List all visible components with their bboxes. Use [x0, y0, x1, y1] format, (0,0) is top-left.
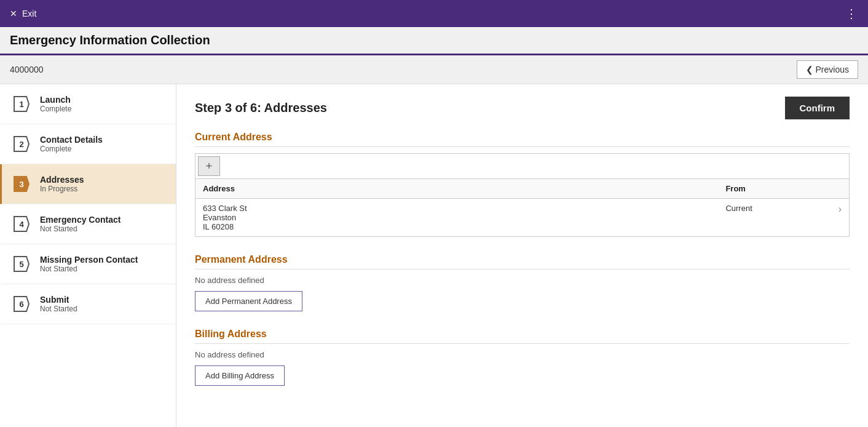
main-layout: 1 Launch Complete 2 Contact Details Comp… [0, 84, 868, 427]
kebab-menu-icon[interactable]: ⋮ [845, 6, 858, 21]
permanent-address-title: Permanent Address [195, 254, 850, 269]
billing-address-title: Billing Address [195, 329, 850, 344]
step-badge-3: 3 [12, 174, 31, 194]
from-cell: Current › [718, 199, 849, 237]
sidebar-item-name: Missing Person Contact [40, 255, 138, 265]
current-address-table: Address From 633 Clark St Evanston IL 60… [195, 178, 849, 236]
close-icon: ✕ [10, 9, 17, 18]
top-bar: ✕ Exit ⋮ [0, 0, 868, 27]
sidebar-item-name: Addresses [40, 175, 84, 185]
step-badge-1: 1 [12, 94, 31, 114]
add-billing-address-button[interactable]: Add Billing Address [195, 365, 285, 386]
step-badge-6: 6 [12, 294, 31, 314]
permanent-address-section: Permanent Address No address defined Add… [195, 254, 850, 311]
billing-no-address-text: No address defined [195, 350, 850, 359]
step-badge-5: 5 [12, 254, 31, 274]
sidebar-item-status: Not Started [40, 225, 120, 233]
sidebar-item-contact-details[interactable]: 2 Contact Details Complete [0, 124, 176, 164]
sidebar-item-submit[interactable]: 6 Submit Not Started [0, 284, 176, 324]
step-badge-2: 2 [12, 134, 31, 154]
confirm-button[interactable]: Confirm [785, 97, 850, 119]
billing-address-section: Billing Address No address defined Add B… [195, 329, 850, 386]
table-row[interactable]: 633 Clark St Evanston IL 60208 Current › [195, 199, 849, 237]
sidebar-item-status: Not Started [40, 305, 77, 313]
current-address-table-wrap: + Address From 633 Clark St Evanston IL … [195, 153, 850, 237]
sidebar-item-name: Submit [40, 295, 77, 305]
record-id: 4000000 [10, 65, 44, 74]
from-col-header: From [718, 179, 849, 199]
exit-button[interactable]: ✕ Exit [10, 9, 36, 18]
current-address-section: Current Address + Address From 633 Clark… [195, 132, 850, 237]
previous-button[interactable]: ❮ Previous [797, 60, 858, 79]
page-header: Emergency Information Collection [0, 27, 868, 55]
address-col-header: Address [195, 179, 718, 199]
sidebar-item-status: Complete [40, 105, 71, 113]
step-title: Step 3 of 6: Addresses [195, 101, 327, 115]
sidebar-item-emergency-contact[interactable]: 4 Emergency Contact Not Started [0, 204, 176, 244]
sidebar-item-name: Contact Details [40, 135, 103, 145]
sidebar-item-status: Not Started [40, 265, 138, 273]
sidebar: 1 Launch Complete 2 Contact Details Comp… [0, 84, 176, 427]
content-area: Step 3 of 6: Addresses Confirm Current A… [176, 84, 868, 427]
exit-label: Exit [22, 9, 36, 18]
add-permanent-address-button[interactable]: Add Permanent Address [195, 291, 302, 311]
previous-label: Previous [816, 65, 849, 74]
sidebar-item-name: Emergency Contact [40, 215, 120, 225]
chevron-left-icon: ❮ [806, 65, 813, 74]
row-chevron-icon[interactable]: › [838, 204, 842, 215]
sidebar-item-launch[interactable]: 1 Launch Complete [0, 84, 176, 124]
step-badge-4: 4 [12, 214, 31, 234]
sidebar-item-name: Launch [40, 95, 71, 105]
sidebar-item-status: Complete [40, 145, 103, 153]
add-current-address-button[interactable]: + [198, 156, 220, 176]
sub-header: 4000000 ❮ Previous [0, 55, 868, 84]
page-title: Emergency Information Collection [10, 33, 858, 47]
address-cell: 633 Clark St Evanston IL 60208 [195, 199, 718, 237]
sidebar-item-missing-person-contact[interactable]: 5 Missing Person Contact Not Started [0, 244, 176, 284]
sidebar-item-status: In Progress [40, 185, 84, 193]
sidebar-item-addresses[interactable]: 3 Addresses In Progress [0, 164, 176, 204]
content-header: Step 3 of 6: Addresses Confirm [195, 97, 850, 119]
current-address-title: Current Address [195, 132, 850, 147]
permanent-no-address-text: No address defined [195, 276, 850, 285]
